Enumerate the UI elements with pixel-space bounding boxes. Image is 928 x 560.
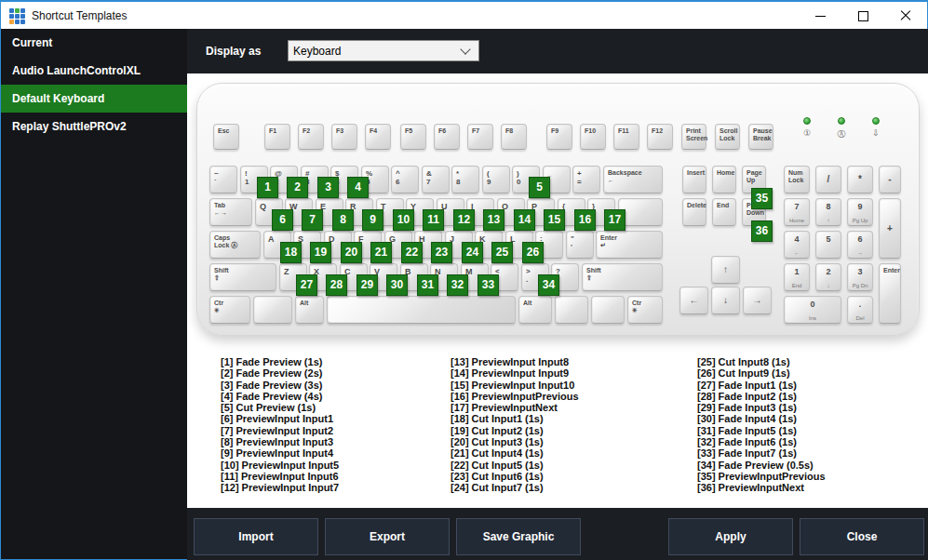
content-area: EscF1F2F3F4F5F6F7F8F9F10F11F12Print Scre… — [187, 73, 928, 508]
key-print-screen: Print Screen — [681, 124, 706, 150]
display-as-select[interactable]: Keyboard — [288, 40, 479, 61]
shortcut-badge-21: 21 — [370, 242, 392, 263]
footer-bar: Import Export Save Graphic Apply Close — [187, 508, 928, 560]
minimize-button[interactable] — [799, 2, 841, 30]
led-indicator-2: Ⓐ — [833, 117, 850, 140]
led-symbol: ① — [799, 128, 815, 138]
shortcut-item: [12] PreviewInput Input7 — [221, 482, 339, 493]
key-arrow-up: ↑ — [711, 256, 740, 284]
sidebar-item-current[interactable]: Current — [1, 29, 187, 57]
shortcut-badge-27: 27 — [296, 274, 317, 296]
shortcut-badge-24: 24 — [462, 242, 483, 263]
logo-square — [20, 8, 25, 13]
title-bar: Shortcut Templates — [1, 1, 927, 29]
key-sublabel: ← — [794, 250, 800, 256]
shortcut-badge-30: 30 — [386, 274, 408, 296]
shortcut-badge-16: 16 — [574, 209, 596, 231]
import-button[interactable]: Import — [194, 518, 318, 555]
key-label: . — [848, 300, 872, 309]
key-label: * 8 — [456, 169, 460, 186]
key-label: Enter ↵ — [600, 234, 617, 249]
key-backspace: Backspace ← — [603, 166, 663, 193]
minimize-icon — [815, 16, 826, 17]
sidebar-item-default-keyboard[interactable]: Default Keyboard — [1, 85, 187, 113]
shortcut-badge-12: 12 — [453, 209, 475, 231]
shortcut-badge-29: 29 — [356, 274, 378, 296]
key-numpad-1: 1End — [784, 263, 810, 291]
key-sublabel: → — [857, 250, 863, 256]
led-symbol: Ⓐ — [833, 128, 850, 140]
key-label: + — [880, 199, 900, 258]
shortcut-column-1: [1] Fade Preview (1s)[2] Fade Preview (2… — [221, 356, 339, 494]
key-label: F3 — [336, 127, 343, 135]
shortcut-badge-2: 2 — [287, 177, 308, 198]
key-label: F8 — [505, 127, 513, 135]
shortcut-item: [10] PreviewInput Input5 — [221, 460, 339, 471]
close-button[interactable] — [884, 2, 927, 30]
key-label: End — [717, 202, 729, 209]
key-label: Esc — [218, 127, 229, 135]
key-label: Scroll Lock — [720, 127, 737, 142]
shortcut-item: [35] PreviewInputPrevious — [697, 471, 826, 482]
key-arrow-left: ← — [679, 287, 708, 314]
led-indicator-1: ① — [799, 117, 815, 138]
logo-square — [9, 20, 14, 24]
close-icon — [900, 10, 911, 21]
maximize-button[interactable] — [841, 2, 884, 30]
key-alt-left: Alt — [295, 296, 324, 324]
key-label: F2 — [303, 127, 310, 135]
key-digit-9: ( 9 — [482, 166, 510, 193]
key-label: Alt — [300, 300, 308, 307]
save-graphic-button[interactable]: Save Graphic — [456, 518, 581, 555]
led-indicator-3: ⇩ — [867, 117, 884, 138]
shortcut-item: [36] PreviewInputNext — [697, 482, 826, 493]
keyboard-graphic: EscF1F2F3F4F5F6F7F8F9F10F11F12Print Scre… — [196, 83, 920, 336]
export-button[interactable]: Export — [325, 518, 450, 555]
key-digit-7: & 7 — [422, 166, 450, 193]
key-label: 9 — [848, 202, 872, 211]
sidebar-item-replay-shuttleprov2[interactable]: Replay ShuttlePROv2 — [1, 113, 187, 140]
key-scroll-lock: Scroll Lock — [715, 124, 740, 150]
shortcut-badge-22: 22 — [401, 242, 423, 263]
key-blank-2 — [591, 296, 625, 324]
key-label: Home — [717, 169, 734, 177]
shortcut-badge-3: 3 — [317, 177, 339, 198]
shortcut-badge-33: 33 — [477, 274, 499, 296]
shortcut-item: [14] PreviewInput Input9 — [451, 367, 579, 379]
key-numpad-plus: + — [879, 198, 901, 259]
key-label: Ctr ✳ — [214, 300, 223, 314]
display-as-bar: Display as Keyboard — [187, 29, 928, 73]
shortcut-templates-window: Shortcut Templates CurrentAudio LaunchCo… — [0, 0, 928, 560]
sidebar-item-audio-launchcontrolxl[interactable]: Audio LaunchControlXL — [1, 57, 187, 85]
key-label: ! 1 — [245, 169, 249, 186]
shortcut-badge-28: 28 — [326, 274, 347, 296]
led-dot — [803, 117, 811, 125]
key-f12: F12 — [647, 124, 673, 150]
key-label: Print Screen — [686, 127, 707, 142]
shortcut-item: [29] Fade Input3 (1s) — [697, 402, 826, 413]
key-label: Insert — [687, 169, 705, 177]
key-label: 1 — [785, 267, 809, 276]
key-label: F7 — [472, 127, 479, 135]
key-label: F10 — [585, 127, 596, 135]
shortcut-badge-13: 13 — [483, 209, 504, 231]
key-label: 0 — [785, 300, 841, 309]
key-delete: Delete — [682, 198, 706, 226]
key-label: ↓ — [712, 287, 739, 313]
key-label: 5 — [816, 234, 841, 244]
key-label: ^ 6 — [396, 169, 400, 186]
shortcut-badge-10: 10 — [393, 209, 414, 231]
key-numpad-2: 2↓ — [815, 263, 841, 291]
apply-button[interactable]: Apply — [668, 518, 793, 555]
close-action-button[interactable]: Close — [800, 518, 924, 555]
key-page-up: Page Up35 — [742, 166, 766, 193]
key-f1: F1 — [264, 124, 290, 150]
key-label: → — [744, 287, 771, 313]
shortcut-column-2: [13] PreviewInput Input8[14] PreviewInpu… — [451, 356, 579, 494]
key-digit-1: ! 11 — [240, 166, 268, 193]
key-label: / — [816, 167, 841, 193]
key-numpad-5: 5 — [815, 231, 841, 259]
key-label: 8 — [816, 202, 841, 211]
shortcut-item: [17] PreviewInputNext — [451, 402, 579, 413]
key-label: F6 — [438, 127, 446, 135]
